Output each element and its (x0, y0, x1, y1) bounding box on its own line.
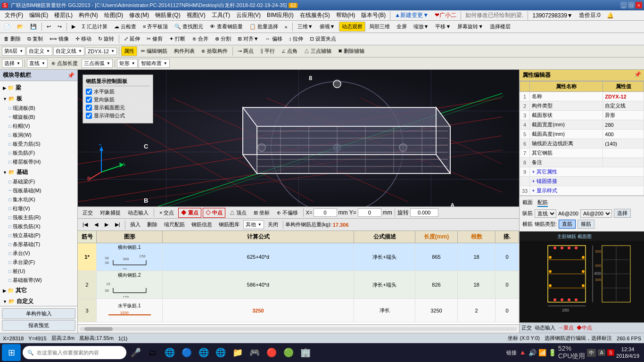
tb-run[interactable]: ▶ (69, 22, 78, 31)
taskbar-folder[interactable]: 📁 (230, 345, 245, 360)
tb-property[interactable]: 属性 (121, 46, 137, 56)
tb-point-len[interactable]: ⊕ 点加长度 (49, 58, 81, 68)
auto-layout-dropdown[interactable]: 智能布置 (139, 59, 170, 68)
table-scrollbar[interactable] (78, 324, 519, 333)
taskbar-app4[interactable]: 🏢 (298, 345, 313, 360)
tb-pan[interactable]: 平移▼ (432, 22, 454, 32)
minimize-btn[interactable]: _ (620, 2, 627, 8)
taskbar-app2[interactable]: 🔴 (264, 345, 279, 360)
rebar-nav-prev[interactable]: ◀ (91, 220, 101, 229)
tb-view-rebar[interactable]: 👁 查看钢筋量 (207, 22, 245, 32)
tb-pick-component[interactable]: ⊕ 拾取构件 (198, 46, 231, 56)
layer-num-dropdown[interactable]: 第6层 (2, 47, 25, 56)
snap-midpoint[interactable]: ◆ 重点 (178, 208, 201, 218)
viewport[interactable]: 钢筋显示控制面板 水平纵筋 竖向纵筋 显示截面图元 显示详细公式 Z (78, 70, 519, 206)
rebar-nav-last[interactable]: ▶| (112, 220, 123, 229)
layer-type-dropdown[interactable]: 自定义 (26, 47, 52, 56)
tb-edit-rebar[interactable]: ✏ 编辑钢筋 (138, 46, 170, 56)
line-type-dropdown[interactable]: 自定义线 (53, 47, 84, 56)
menu-cloud[interactable]: 云应用(V) (233, 10, 264, 20)
snap-center[interactable]: ◇ 中点 (203, 208, 225, 218)
tb-new[interactable]: 📄 (1, 22, 13, 31)
tb-move[interactable]: ✛ 移动 (73, 34, 94, 44)
table-row[interactable]: 1* 横向钢筋.1 388 70 38 38 (78, 243, 519, 271)
snap-vertex[interactable]: △ 顶点 (227, 208, 249, 218)
tb-rotate[interactable]: 屏幕旋转▼ (454, 22, 486, 32)
prop-expand-row[interactable]: 9 + 其它属性 (520, 167, 644, 177)
nav-section-custom-header[interactable]: ▼ 📂 自定义 (1, 296, 76, 306)
prop-row-val[interactable] (603, 148, 644, 158)
checkbox-vert-rebar[interactable]: 竖向纵筋 (86, 96, 150, 103)
line-dropdown[interactable]: 直线 (27, 59, 48, 68)
prop-row[interactable]: 4 截面宽度(mm) 280 (520, 120, 644, 130)
tb-sum[interactable]: Σ 汇总计算 (79, 22, 110, 32)
rebar-other-dropdown[interactable]: 其他 (243, 220, 264, 229)
prop-row-val[interactable] (603, 158, 644, 167)
prop-row[interactable]: 8 备注 (520, 158, 644, 167)
menu-modify[interactable]: 修改(M) (126, 10, 152, 20)
taskbar-search[interactable]: 🔍 在这里输入你要搜索的内容 (23, 346, 126, 359)
prop-expand-anchor[interactable]: + 锚固搭接 (530, 177, 644, 186)
prop-row-val[interactable]: ZDYX-12 (603, 92, 644, 101)
menu-version[interactable]: 版本号(B) (358, 10, 388, 20)
tb-rotate-tool[interactable]: ↻ 旋转 (95, 34, 117, 44)
tb-local-3d[interactable]: 局部三维 (366, 22, 393, 32)
tb-save[interactable]: 💾 (27, 22, 40, 31)
tb-redo[interactable]: ↪ (55, 22, 65, 31)
tb-three-point-aux[interactable]: △ 三点辅轴 (301, 46, 334, 56)
prop-expand-row[interactable]: 33 + 显示样式 (520, 186, 644, 196)
select-dropdown[interactable]: 选择 (2, 59, 23, 68)
report-preview-btn[interactable]: 报表预览 (2, 320, 75, 331)
tray-icon-battery[interactable]: 🔋 (548, 349, 556, 356)
tb-merge[interactable]: ⊕ 合并 (190, 34, 211, 44)
menu-component[interactable]: 构件(N) (76, 10, 101, 20)
nav-section-beam-header[interactable]: ▶ 📁 梁 (1, 83, 76, 93)
tb-stretch[interactable]: ↕ 拉伸 (286, 34, 306, 44)
tb-copy[interactable]: ⧉ 复制 (25, 34, 46, 44)
taskbar-app1[interactable]: 🎮 (247, 345, 262, 360)
tb-align[interactable]: ⊞ 对齐▼ (235, 34, 262, 44)
tb-break[interactable]: ✦ 打断 (166, 34, 188, 44)
prop-row-val[interactable]: 280 (603, 120, 644, 130)
tb-dynamic-view[interactable]: 动态观察 (339, 22, 365, 32)
arc-dropdown[interactable]: 三点画弧 (82, 59, 113, 68)
rebar-nav-next[interactable]: ▶ (102, 220, 111, 229)
tb-batch-select[interactable]: 📋 批量选择 (247, 22, 281, 32)
right-midpoint-btn[interactable]: →重点 (558, 324, 574, 331)
right-center-btn[interactable]: ◆中点 (577, 324, 592, 331)
snap-intersect[interactable]: × 交点 (157, 208, 177, 218)
prop-expand-style[interactable]: + 显示样式 (530, 186, 644, 196)
table-scroll-thumb[interactable] (84, 327, 113, 331)
nav-item-foundation-band[interactable]: □基础板带(W) (1, 276, 76, 285)
snap-no-offset[interactable]: ⊕ 不偏移 (274, 208, 301, 218)
nav-item-cap[interactable]: □承台(V) (1, 249, 76, 258)
menu-assistant[interactable]: ❤广小二 (432, 10, 459, 20)
tb-find[interactable]: 🔍 查找图元 (172, 22, 206, 32)
nav-section-foundation-header[interactable]: ▼ 📂 基础 (1, 167, 76, 177)
nav-section-slab-header[interactable]: ▼ 📂 板 (1, 94, 76, 104)
table-scroll-track[interactable] (80, 327, 517, 331)
tb-delete[interactable]: 🗑 删除 (1, 34, 24, 44)
prop-row[interactable]: 3 截面形状 异形 (520, 111, 644, 120)
prop-row-val[interactable]: 自定义线 (603, 101, 644, 111)
table-row[interactable]: 3 水平纵筋.1 3250 3250 净长 3250 2 0 (78, 299, 519, 322)
menu-bim[interactable]: BIM应用(I) (264, 10, 297, 20)
menu-file[interactable]: 文件(F) (2, 10, 26, 20)
right-ortho-btn[interactable]: 正交 (521, 324, 532, 331)
nav-item-slab-neg[interactable]: □板负筋(F) (1, 148, 76, 157)
taskbar-ie2[interactable]: 🌐 (213, 345, 228, 360)
taskbar-app3[interactable]: 🟢 (281, 345, 296, 360)
tray-icon-1[interactable]: 🔺 (519, 349, 527, 356)
menu-help[interactable]: 帮助(H) (333, 10, 358, 20)
checkbox-show-section[interactable]: 显示截面图元 (86, 104, 150, 111)
tb-mirror[interactable]: ⟺ 镜像 (47, 34, 72, 44)
nav-item-isolated[interactable]: □独立基础(P) (1, 231, 76, 240)
rebar-close[interactable]: 关闭 (265, 220, 281, 230)
lang-badge-s[interactable]: S (607, 349, 614, 356)
nav-item-strip[interactable]: □条形基础(T) (1, 240, 76, 249)
tb-offset[interactable]: ↔ 偏移 (263, 34, 285, 44)
nav-item-raft[interactable]: ~筏板基础(M) (1, 186, 76, 195)
tb-two-points[interactable]: ⊸ 两点 (235, 46, 256, 56)
tb-fullscreen[interactable]: 全屏 (394, 22, 410, 32)
stirrup-btn[interactable]: 箍筋 (578, 220, 594, 229)
